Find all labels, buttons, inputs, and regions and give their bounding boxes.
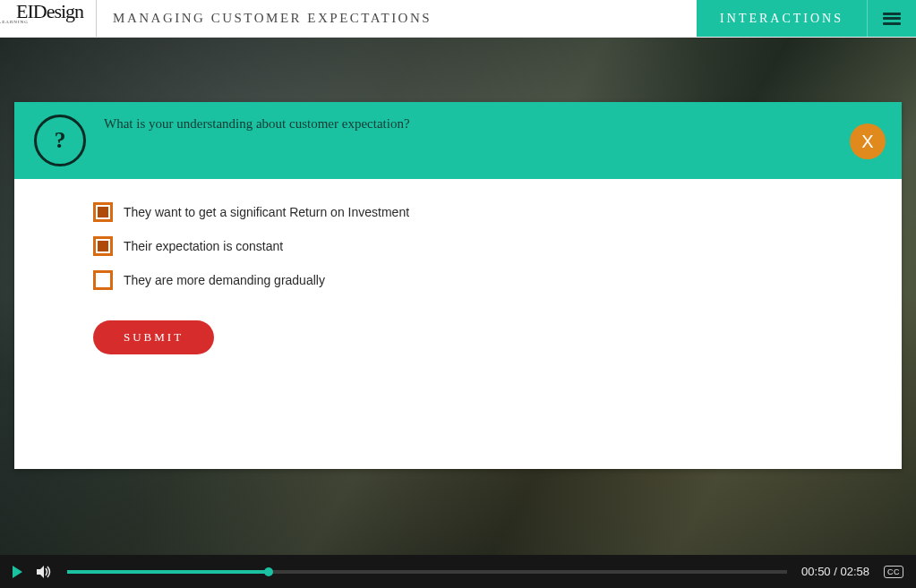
header-right: INTERACTIONS <box>697 0 916 37</box>
progress-bar[interactable] <box>67 570 787 574</box>
play-icon[interactable] <box>13 566 22 578</box>
logo-tagline: ENERGISING LEARNING <box>0 20 29 24</box>
volume-icon[interactable] <box>37 566 53 578</box>
option-label: They want to get a significant Return on… <box>124 205 409 219</box>
submit-button[interactable]: SUBMIT <box>93 320 214 354</box>
cc-button[interactable]: CC <box>884 566 903 578</box>
progress-fill <box>67 570 269 574</box>
progress-knob[interactable] <box>264 567 273 576</box>
checkbox-icon[interactable] <box>93 236 113 256</box>
svg-marker-0 <box>37 566 44 578</box>
close-button[interactable]: X <box>850 124 886 159</box>
checkbox-icon[interactable] <box>93 270 113 290</box>
hamburger-icon <box>883 13 901 25</box>
quiz-option[interactable]: They are more demanding gradually <box>93 270 823 290</box>
checkbox-icon[interactable] <box>93 202 113 222</box>
menu-button[interactable] <box>868 0 916 37</box>
video-stage: ? What is your understanding about custo… <box>0 38 916 555</box>
question-mark-icon: ? <box>34 115 86 166</box>
quiz-option[interactable]: Their expectation is constant <box>93 236 823 256</box>
quiz-header: ? What is your understanding about custo… <box>14 102 902 179</box>
header-bar: EIDesign ENERGISING LEARNING MANAGING CU… <box>0 0 916 38</box>
time-elapsed: 00:50 <box>801 565 831 578</box>
option-label: They are more demanding gradually <box>124 273 325 287</box>
player-bar: 00:50 / 02:58 CC <box>0 555 916 588</box>
quiz-body: They want to get a significant Return on… <box>14 179 902 378</box>
app-root: EIDesign ENERGISING LEARNING MANAGING CU… <box>0 0 916 588</box>
time-display: 00:50 / 02:58 <box>801 565 869 578</box>
interactions-button[interactable]: INTERACTIONS <box>697 0 868 37</box>
time-total: 02:58 <box>840 565 869 578</box>
question-text: What is your understanding about custome… <box>104 116 410 132</box>
option-label: Their expectation is constant <box>124 239 283 253</box>
quiz-panel: ? What is your understanding about custo… <box>14 102 902 469</box>
course-title: MANAGING CUSTOMER EXPECTATIONS <box>97 11 432 26</box>
brand-logo: EIDesign ENERGISING LEARNING <box>0 0 97 37</box>
quiz-option[interactable]: They want to get a significant Return on… <box>93 202 823 222</box>
